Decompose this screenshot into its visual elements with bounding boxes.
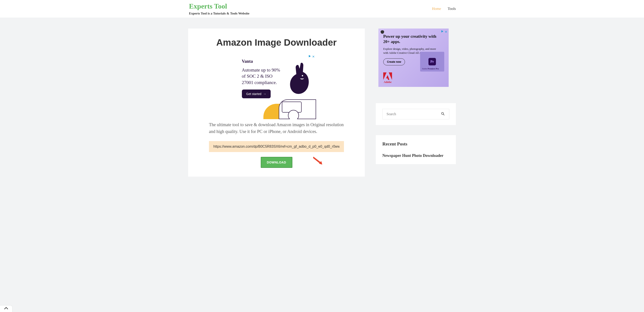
search-icon xyxy=(441,112,445,116)
ad-headline: Automate up to 90% of SOC 2 & ISO 27001 … xyxy=(242,67,282,86)
recent-post-link[interactable]: Newspaper Hunt Photo Downloader xyxy=(382,153,449,158)
sidebar-ad-controls: ✕ xyxy=(441,30,447,34)
ad-decor-llama xyxy=(285,62,310,104)
adobe-logo: Adobe xyxy=(383,72,392,84)
premiere-pro-icon: Pr xyxy=(428,58,436,66)
nav-tools[interactable]: Tools xyxy=(448,6,456,11)
adchoices-icon[interactable] xyxy=(441,30,444,34)
svg-point-0 xyxy=(302,75,303,76)
page-title: Amazon Image Downloader xyxy=(209,37,344,48)
download-button[interactable]: DOWNLOAD xyxy=(261,157,292,168)
nav-home[interactable]: Home xyxy=(432,6,441,11)
adobe-brand-text: Adobe xyxy=(384,80,392,84)
app-brand-small: Adobe xyxy=(422,68,427,70)
tool-description: The ultimate tool to save & download Ama… xyxy=(209,121,344,135)
close-ad-icon[interactable]: ✕ xyxy=(312,55,315,58)
ad-cta-label: Get started xyxy=(246,92,262,96)
site-title[interactable]: Experts Tool xyxy=(189,2,249,10)
recent-posts-widget: Recent Posts Newspaper Hunt Photo Downlo… xyxy=(376,135,456,164)
site-header: Experts Tool Experts Tool is a Tutorials… xyxy=(0,0,644,18)
widget-heading: Recent Posts xyxy=(382,141,449,147)
logo-section: Experts Tool Experts Tool is a Tutorials… xyxy=(188,2,249,15)
sidebar-ad[interactable]: ✕ Power up your creativity with 20+ apps… xyxy=(378,28,449,87)
tagline: Experts Tool is a Tutorials & Tools Webs… xyxy=(189,12,249,15)
sidebar: ✕ Power up your creativity with 20+ apps… xyxy=(376,28,456,176)
search-input[interactable] xyxy=(382,109,437,119)
inline-ad[interactable]: ✕ Vanta Automate up to 90% of SOC 2 & IS… xyxy=(237,53,316,119)
search-widget xyxy=(376,103,456,125)
search-button[interactable] xyxy=(437,112,449,117)
main-content: Amazon Image Downloader ✕ Vanta Automate… xyxy=(188,28,365,176)
amazon-url-input[interactable] xyxy=(209,141,344,152)
adobe-a-icon xyxy=(383,72,392,80)
ad-cta-button[interactable]: Get started → xyxy=(242,90,271,98)
app-tile: Pr Adobe Premiere Pro xyxy=(420,52,444,72)
app-name-small: Premiere Pro xyxy=(428,68,439,70)
privacy-shield-icon[interactable] xyxy=(380,30,384,34)
sidebar-ad-headline: Power up your creativity with 20+ apps. xyxy=(383,34,444,44)
sidebar-ad-cta[interactable]: Create now xyxy=(383,58,405,66)
annotation-arrow-icon xyxy=(312,156,323,165)
main-nav: Home Tools xyxy=(432,6,456,11)
close-ad-icon[interactable]: ✕ xyxy=(445,30,447,34)
arrow-right-icon: → xyxy=(263,92,266,96)
ad-controls: ✕ xyxy=(308,55,315,58)
adchoices-icon[interactable] xyxy=(308,55,311,58)
